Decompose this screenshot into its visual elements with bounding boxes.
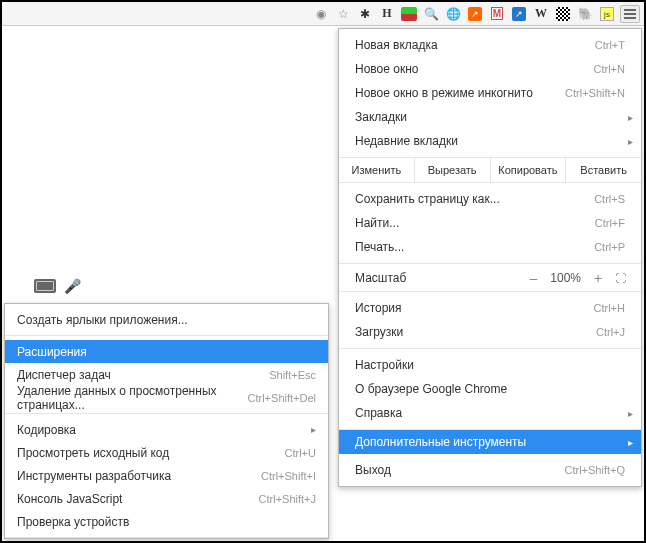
sub-clear-data[interactable]: Удаление данных о просмотренных страница… [5, 386, 328, 409]
globe-icon[interactable]: 🌐 [444, 5, 462, 23]
menu-more-tools[interactable]: Дополнительные инструменты [339, 430, 641, 454]
chrome-main-menu: Новая вкладкаCtrl+T Новое окноCtrl+N Нов… [338, 28, 642, 487]
sub-js-console[interactable]: Консоль JavaScriptCtrl+Shift+J [5, 487, 328, 510]
menu-new-tab[interactable]: Новая вкладкаCtrl+T [339, 33, 641, 57]
menu-save-as[interactable]: Сохранить страницу как...Ctrl+S [339, 187, 641, 211]
sub-inspect-devices[interactable]: Проверка устройств [5, 510, 328, 533]
evernote-icon[interactable]: 🐘 [576, 5, 594, 23]
menu-history[interactable]: ИсторияCtrl+H [339, 296, 641, 320]
menu-print[interactable]: Печать...Ctrl+P [339, 235, 641, 259]
zoom-out-button[interactable]: – [526, 270, 540, 286]
menu-zoom-row: Масштаб – 100% + ⛶ [339, 264, 641, 292]
sub-extensions[interactable]: Расширения [5, 340, 328, 363]
keyboard-icon[interactable] [34, 279, 56, 293]
menu-new-window[interactable]: Новое окноCtrl+N [339, 57, 641, 81]
hamburger-menu-button[interactable] [620, 5, 640, 23]
menu-help[interactable]: Справка [339, 401, 641, 425]
menu-bookmarks[interactable]: Закладки [339, 105, 641, 129]
blue-icon[interactable]: ↗ [510, 5, 528, 23]
menu-edit[interactable]: Изменить [339, 158, 415, 182]
menu-recent-tabs[interactable]: Недавние вкладки [339, 129, 641, 153]
menu-cut[interactable]: Вырезать [415, 158, 491, 182]
search-bar-snippet: 🎤 [34, 278, 81, 294]
w-icon[interactable]: W [532, 5, 550, 23]
zoom-in-button[interactable]: + [591, 270, 605, 286]
sub-encoding[interactable]: Кодировка [5, 418, 328, 441]
menu-downloads[interactable]: ЗагрузкиCtrl+J [339, 320, 641, 344]
colorblock-icon[interactable] [400, 5, 418, 23]
menu-copy[interactable]: Копировать [491, 158, 567, 182]
bug-icon[interactable]: ✱ [356, 5, 374, 23]
qr-icon[interactable] [554, 5, 572, 23]
eye-icon[interactable]: ◉ [312, 5, 330, 23]
menu-paste[interactable]: Вставить [566, 158, 641, 182]
menu-settings[interactable]: Настройки [339, 353, 641, 377]
fullscreen-button[interactable]: ⛶ [615, 272, 625, 284]
sub-create-shortcuts[interactable]: Создать ярлыки приложения... [5, 308, 328, 331]
browser-toolbar: ◉ ☆ ✱ H 🔍 🌐 ↗ M ↗ W 🐘 js [2, 2, 644, 26]
menu-exit[interactable]: ВыходCtrl+Shift+Q [339, 458, 641, 482]
menu-about[interactable]: О браузере Google Chrome [339, 377, 641, 401]
more-tools-submenu: Создать ярлыки приложения... Расширения … [4, 303, 329, 539]
menu-edit-row: Изменить Вырезать Копировать Вставить [339, 158, 641, 183]
js-icon[interactable]: js [598, 5, 616, 23]
search-icon[interactable]: 🔍 [422, 5, 440, 23]
microphone-icon[interactable]: 🎤 [64, 278, 81, 294]
gmail-icon[interactable]: M [488, 5, 506, 23]
star-icon[interactable]: ☆ [334, 5, 352, 23]
h-icon[interactable]: H [378, 5, 396, 23]
sub-devtools[interactable]: Инструменты разработчикаCtrl+Shift+I [5, 464, 328, 487]
menu-find[interactable]: Найти...Ctrl+F [339, 211, 641, 235]
zoom-label: Масштаб [355, 271, 526, 285]
zoom-value: 100% [550, 271, 581, 285]
sub-view-source[interactable]: Просмотреть исходный кодCtrl+U [5, 441, 328, 464]
menu-incognito[interactable]: Новое окно в режиме инкогнитоCtrl+Shift+… [339, 81, 641, 105]
orange-icon[interactable]: ↗ [466, 5, 484, 23]
